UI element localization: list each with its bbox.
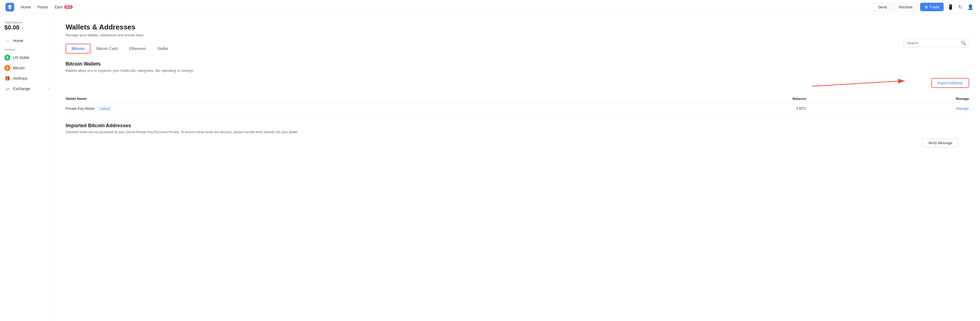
- airdrops-icon: 🎁: [5, 75, 10, 81]
- app-logo: [5, 3, 14, 11]
- import-area: Import Address: [65, 78, 969, 92]
- col-wallet-name: Wallet Name: [65, 95, 638, 103]
- search-icon[interactable]: 🔍: [961, 40, 966, 46]
- sidebar-item-usdollar[interactable]: $ US Dollar: [0, 52, 54, 63]
- wallets-section-title: Bitcoin Wallets: [65, 61, 969, 67]
- col-balance: Balance: [638, 95, 807, 103]
- page-layout: Total Balance $0.00 ⌄ ⌂ Home Portfolio $…: [0, 14, 980, 321]
- usd-icon: $: [5, 55, 10, 61]
- sidebar: Total Balance $0.00 ⌄ ⌂ Home Portfolio $…: [0, 14, 55, 321]
- tab-ethereum[interactable]: Ethereum: [124, 44, 152, 54]
- verify-message-button[interactable]: Verify Message: [922, 138, 958, 147]
- balance-label: Total Balance: [5, 21, 50, 24]
- trade-button[interactable]: ⊕ Trade: [920, 3, 943, 11]
- table-row: Private Key Wallet Default 0 BTC Manage: [65, 103, 969, 114]
- exchange-icon: ⇄: [5, 86, 10, 92]
- tab-bitcoin[interactable]: Bitcoin: [65, 44, 91, 54]
- imported-section: Imported Bitcoin Addresses Imported fund…: [65, 123, 969, 134]
- new-badge: NEW: [64, 5, 73, 9]
- refresh-icon[interactable]: ↻: [957, 3, 964, 11]
- imported-section-title: Imported Bitcoin Addresses: [65, 123, 969, 128]
- wallets-table: Wallet Name Balance Manage Private Key W…: [65, 95, 969, 114]
- home-icon: ⌂: [5, 38, 10, 44]
- wallets-section: Bitcoin Wallets Wallets allow you to org…: [65, 61, 969, 114]
- search-input[interactable]: [904, 39, 969, 47]
- top-navigation: Home Prices Earn NEW Send Receive ⊕ Trad…: [0, 0, 980, 14]
- balance-section: Total Balance $0.00 ⌄: [0, 19, 54, 35]
- search-container: 🔍: [904, 39, 969, 47]
- tab-bitcoin-cash[interactable]: Bitcoin Cash: [91, 44, 124, 54]
- sidebar-item-airdrops[interactable]: 🎁 Airdrops: [0, 73, 54, 84]
- mobile-icon[interactable]: 📱: [947, 3, 955, 11]
- nav-prices[interactable]: Prices: [37, 5, 48, 9]
- nav-earn[interactable]: Earn NEW: [55, 5, 73, 9]
- nav-home[interactable]: Home: [21, 5, 31, 9]
- currency-tabs: Bitcoin Bitcoin Cash Ethereum Stellar: [65, 44, 969, 54]
- import-address-button[interactable]: Import Address: [931, 78, 969, 88]
- imported-section-desc: Imported funds are not protected by your…: [65, 130, 969, 134]
- wallet-name-cell: Private Key Wallet Default: [65, 103, 638, 114]
- manage-cell: Manage: [806, 103, 969, 114]
- send-button[interactable]: Send: [873, 3, 892, 11]
- main-content: Wallets & Addresses Manage your wallets,…: [55, 14, 980, 321]
- receive-button[interactable]: Receive: [894, 3, 917, 11]
- btc-icon: ₿: [5, 65, 10, 71]
- red-arrow: [812, 73, 921, 92]
- manage-link[interactable]: Manage: [956, 106, 969, 111]
- sidebar-item-label: Home: [13, 38, 23, 43]
- sidebar-item-label: Bitcoin: [13, 66, 25, 70]
- wallets-section-desc: Wallets allow you to organize your funds…: [65, 68, 969, 73]
- sidebar-item-label: Airdrops: [13, 76, 27, 81]
- sidebar-item-bitcoin[interactable]: ₿ Bitcoin: [0, 63, 54, 73]
- sidebar-item-exchange[interactable]: ⇄ Exchange ↗: [0, 84, 54, 94]
- portfolio-label: Portfolio: [0, 46, 54, 52]
- tab-stellar[interactable]: Stellar: [152, 44, 174, 54]
- sidebar-item-home[interactable]: ⌂ Home: [0, 35, 54, 46]
- balance-cell: 0 BTC: [638, 103, 807, 114]
- sidebar-item-label: Exchange: [13, 87, 30, 91]
- nav-actions: Send Receive ⊕ Trade 📱 ↻ 👤: [873, 3, 975, 11]
- plus-icon: ⊕: [924, 4, 928, 9]
- page-subtitle: Manage your wallets, addresses and priva…: [65, 33, 969, 37]
- balance-amount: $0.00 ⌄: [5, 24, 50, 31]
- page-title: Wallets & Addresses: [65, 23, 969, 32]
- sidebar-item-label: US Dollar: [13, 55, 30, 60]
- default-badge: Default: [98, 106, 112, 111]
- profile-icon[interactable]: 👤: [966, 3, 975, 11]
- svg-line-1: [812, 81, 905, 86]
- col-manage: Manage: [806, 95, 969, 103]
- external-link-icon: ↗: [48, 87, 50, 91]
- balance-chevron[interactable]: ⌄: [21, 26, 24, 30]
